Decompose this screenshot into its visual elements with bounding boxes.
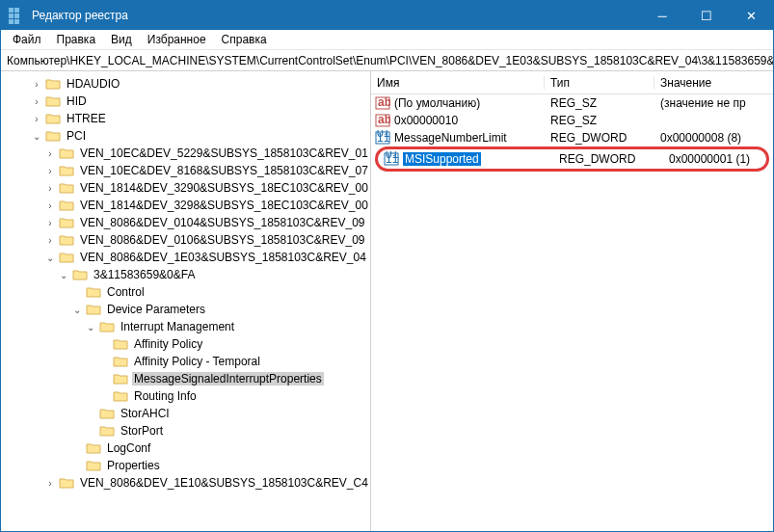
tree-node[interactable]: Affinity Policy (5, 335, 370, 353)
tree-node[interactable]: Affinity Policy - Temporal (5, 353, 370, 370)
value-type: REG_DWORD (553, 152, 663, 166)
toggle-icon[interactable]: › (43, 200, 57, 211)
toggle-icon[interactable]: › (43, 183, 57, 194)
toggle-icon[interactable]: › (43, 478, 57, 489)
tree-node[interactable]: ⌄VEN_8086&DEV_1E03&SUBSYS_1858103C&REV_0… (5, 249, 370, 266)
tree-node[interactable]: ›VEN_8086&DEV_1E10&SUBSYS_1858103C&REV_C… (5, 474, 370, 492)
toggle-icon[interactable]: ⌄ (57, 270, 70, 280)
tree-label: Routing Info (132, 389, 199, 403)
toggle-icon[interactable]: › (43, 235, 57, 246)
header-name[interactable]: Имя (371, 76, 545, 90)
tree-node[interactable]: ›VEN_10EC&DEV_5229&SUBSYS_1858103C&REV_0… (5, 145, 370, 162)
tree-label: Properties (105, 459, 162, 472)
value-data: 0x00000008 (8) (654, 131, 773, 145)
folder-icon (113, 372, 128, 386)
menu-file[interactable]: Файл (5, 31, 49, 48)
svg-text:ab: ab (378, 113, 390, 126)
toggle-icon[interactable]: › (30, 114, 43, 124)
tree-label: VEN_10EC&DEV_8168&SUBSYS_1858103C&REV_07 (78, 164, 370, 177)
dword-icon: 011110 (384, 151, 399, 167)
toggle-icon[interactable]: ⌄ (84, 322, 97, 332)
value-name: MessageNumberLimit (394, 131, 507, 145)
tree-node[interactable]: StorAHCI (5, 405, 370, 422)
folder-icon (113, 355, 128, 368)
folder-icon (45, 77, 61, 91)
tree-node[interactable]: ›HDAUDIO (5, 75, 370, 93)
tree-node[interactable]: ›VEN_1814&DEV_3298&SUBSYS_18EC103C&REV_0… (5, 197, 370, 214)
value-data: 0x00000001 (1) (663, 152, 764, 166)
tree-label: PCI (65, 129, 88, 143)
toggle-icon[interactable]: ⌄ (30, 131, 43, 142)
header-value[interactable]: Значение (654, 76, 773, 90)
svg-text:110: 110 (377, 131, 390, 145)
folder-icon (59, 181, 74, 195)
folder-icon (59, 199, 74, 212)
tree-node[interactable]: ›VEN_8086&DEV_0104&SUBSYS_1858103C&REV_0… (5, 214, 370, 231)
address-bar[interactable]: Компьютер\HKEY_LOCAL_MACHINE\SYSTEM\Curr… (1, 50, 773, 71)
tree-node[interactable]: ›VEN_10EC&DEV_8168&SUBSYS_1858103C&REV_0… (5, 162, 370, 179)
value-data: (значение не пр (654, 96, 773, 110)
tree-node[interactable]: Control (5, 283, 370, 301)
value-name: MSISupported (403, 152, 481, 166)
value-type: REG_SZ (545, 96, 654, 110)
tree-node[interactable]: ⌄Device Parameters (5, 301, 370, 318)
highlight-annotation: 011110MSISupportedREG_DWORD0x00000001 (1… (375, 146, 769, 172)
tree-node[interactable]: Routing Info (5, 387, 370, 405)
list-pane[interactable]: Имя Тип Значение ab(По умолчанию)REG_SZ(… (371, 71, 773, 531)
value-row[interactable]: 011110MSISupportedREG_DWORD0x00000001 (1… (380, 150, 764, 168)
list-headers: Имя Тип Значение (371, 71, 773, 94)
folder-icon (45, 94, 61, 108)
toggle-icon[interactable]: › (30, 79, 43, 90)
tree-label: HID (65, 94, 89, 108)
tree-node[interactable]: ⌄Interrupt Management (5, 318, 370, 335)
tree-node[interactable]: ⌄PCI (5, 127, 370, 145)
tree-node[interactable]: MessageSignaledInterruptProperties (5, 370, 370, 387)
tree-label: Interrupt Management (119, 320, 236, 333)
value-row[interactable]: ab0x00000010REG_SZ (371, 112, 773, 129)
value-name: 0x00000010 (394, 114, 458, 127)
window-title: Редактор реестра (32, 9, 640, 22)
tree-label: Affinity Policy - Temporal (132, 355, 262, 368)
menu-favorites[interactable]: Избранное (140, 31, 214, 48)
tree-node[interactable]: ›HTREE (5, 110, 370, 127)
tree-label: HDAUDIO (65, 77, 121, 91)
regedit-icon (9, 8, 24, 23)
toggle-icon[interactable]: › (43, 166, 57, 176)
folder-icon (86, 303, 101, 316)
value-row[interactable]: ab(По умолчанию)REG_SZ(значение не пр (371, 94, 773, 112)
folder-icon (113, 389, 128, 403)
folder-icon (59, 476, 74, 490)
folder-icon (59, 146, 74, 160)
menu-help[interactable]: Справка (214, 31, 275, 48)
menu-view[interactable]: Вид (103, 31, 140, 48)
toggle-icon[interactable]: ⌄ (43, 253, 57, 263)
menu-edit[interactable]: Правка (49, 31, 104, 48)
folder-icon (59, 233, 74, 247)
toggle-icon[interactable]: › (43, 218, 57, 228)
tree-pane[interactable]: ›HDAUDIO›HID›HTREE⌄PCI›VEN_10EC&DEV_5229… (1, 71, 371, 531)
close-button[interactable]: ✕ (729, 1, 773, 30)
tree-label: Control (105, 285, 147, 299)
tree-node[interactable]: ⌄3&11583659&0&FA (5, 266, 370, 283)
tree-node[interactable]: ›HID (5, 93, 370, 110)
tree-node[interactable]: StorPort (5, 422, 370, 439)
folder-icon (72, 268, 88, 281)
toggle-icon[interactable]: › (43, 148, 57, 159)
folder-icon (45, 112, 61, 125)
tree-label: HTREE (65, 112, 108, 125)
header-type[interactable]: Тип (545, 76, 654, 90)
folder-icon (86, 441, 101, 455)
tree-node[interactable]: ›VEN_1814&DEV_3290&SUBSYS_18EC103C&REV_0… (5, 179, 370, 197)
tree-node[interactable]: ›VEN_8086&DEV_0106&SUBSYS_1858103C&REV_0… (5, 231, 370, 249)
svg-text:110: 110 (386, 152, 399, 166)
toggle-icon[interactable]: ⌄ (70, 305, 84, 315)
tree-label: VEN_1814&DEV_3298&SUBSYS_18EC103C&REV_00 (78, 199, 370, 212)
tree-node[interactable]: Properties (5, 457, 370, 474)
maximize-button[interactable]: ☐ (684, 1, 729, 30)
value-row[interactable]: 011110MessageNumberLimitREG_DWORD0x00000… (371, 129, 773, 146)
tree-label: StorPort (119, 424, 165, 438)
tree-node[interactable]: LogConf (5, 439, 370, 457)
minimize-button[interactable]: ─ (640, 1, 684, 30)
toggle-icon[interactable]: › (30, 96, 43, 107)
value-type: REG_DWORD (545, 131, 654, 145)
